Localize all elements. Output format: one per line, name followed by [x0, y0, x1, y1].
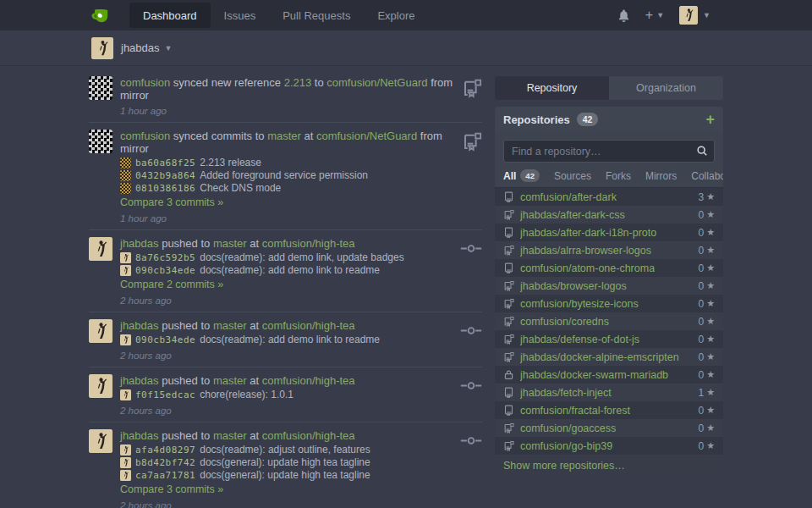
feed-link[interactable]: comfusion/high-tea: [262, 429, 355, 442]
star-icon: ★: [706, 440, 715, 451]
filter-all[interactable]: All42: [503, 169, 540, 182]
feed-link[interactable]: master: [213, 237, 247, 250]
repo-icon: [503, 405, 515, 416]
feed-link[interactable]: comfusion/high-tea: [262, 319, 355, 332]
commit-sha-link[interactable]: 090cb34ede: [135, 334, 195, 346]
feed-link[interactable]: comfusion: [120, 130, 170, 142]
tab-organization[interactable]: Organization: [609, 76, 723, 100]
nav-item-dashboard[interactable]: Dashboard: [129, 3, 211, 28]
feed-title: jhabdas pushed to master at comfusion/hi…: [120, 237, 457, 250]
feed-title: comfusion synced commits to master at co…: [120, 130, 457, 155]
repo-link[interactable]: jhabdas/alrra-browser-logos: [520, 245, 651, 257]
actor-avatar[interactable]: [89, 76, 112, 100]
create-new-button[interactable]: + ▼: [645, 8, 664, 23]
repo-search-input[interactable]: [503, 140, 715, 163]
compare-commits-link[interactable]: Compare 3 commits »: [120, 483, 223, 496]
mirror-icon: [503, 245, 515, 256]
commit-sha-link[interactable]: b8d42bf742: [135, 456, 195, 469]
feed-link[interactable]: master: [213, 374, 247, 387]
actor-avatar[interactable]: [89, 319, 112, 343]
actor-avatar[interactable]: [89, 374, 112, 398]
feed-link[interactable]: master: [213, 429, 247, 442]
repo-star-count: 0★: [698, 280, 715, 292]
feed-link[interactable]: master: [267, 130, 301, 142]
nav-item-pull-requests[interactable]: Pull Requests: [269, 0, 364, 30]
commit-sha-link[interactable]: afa4d08297: [135, 444, 195, 456]
feed-link[interactable]: comfusion/NetGuard: [316, 130, 417, 142]
nav-item-explore[interactable]: Explore: [364, 0, 428, 30]
feed-link[interactable]: 2.213: [284, 76, 312, 89]
new-repository-button[interactable]: +: [705, 113, 715, 125]
repo-link[interactable]: jhabdas/browser-logos: [520, 280, 627, 292]
tab-repository[interactable]: Repository: [495, 76, 609, 100]
star-icon: ★: [706, 245, 715, 256]
feed-link[interactable]: comfusion/high-tea: [262, 237, 355, 250]
main-content: comfusion synced new reference 2.213 to …: [0, 66, 812, 508]
commit-sha-link[interactable]: ca7aa71781: [135, 469, 195, 482]
actor-avatar[interactable]: [89, 429, 112, 453]
commit-sha-link[interactable]: 8a76c592b5: [135, 251, 195, 264]
committer-avatar: [120, 170, 131, 181]
repo-link[interactable]: comfusion/goaccess: [520, 422, 616, 434]
repo-link[interactable]: jhabdas/after-dark-css: [520, 209, 625, 221]
star-icon: ★: [706, 351, 715, 362]
star-icon: ★: [706, 298, 715, 309]
notifications-bell-icon[interactable]: [617, 9, 630, 22]
feed-timestamp: 1 hour ago: [120, 213, 457, 224]
repo-star-count: 0★: [698, 227, 715, 239]
filter-sources[interactable]: Sources: [554, 170, 591, 182]
feed-link[interactable]: comfusion: [120, 76, 170, 89]
commit-sha-link[interactable]: 0810386186: [135, 182, 195, 195]
feed-link[interactable]: comfusion/high-tea: [262, 374, 355, 387]
actor-avatar[interactable]: [89, 237, 112, 261]
mirror-icon: [457, 78, 482, 117]
repo-link[interactable]: comfusion/fractal-forest: [520, 405, 630, 417]
user-menu[interactable]: ▼: [679, 6, 710, 25]
repo-link[interactable]: comfusion/bytesize-icons: [520, 298, 639, 310]
star-icon: ★: [706, 316, 715, 327]
repo-link[interactable]: comfusion/atom-one-chroma: [520, 262, 655, 274]
context-switcher[interactable]: jhabdas ▼: [121, 41, 172, 54]
actor-avatar[interactable]: [89, 130, 112, 153]
repo-link[interactable]: comfusion/go-bip39: [520, 440, 612, 452]
show-more-repositories-link[interactable]: Show more repositories…: [503, 460, 625, 472]
commit-sha-link[interactable]: ba60a68f25: [135, 157, 195, 169]
repositories-panel: Repositories 42 + All42SourcesForksMirro…: [495, 107, 723, 478]
mirror-icon: [503, 440, 515, 451]
commit-sha-link[interactable]: 0432b9a864: [135, 169, 195, 182]
show-more-row: Show more repositories…: [495, 455, 723, 478]
repo-link[interactable]: jhabdas/after-dark-i18n-proto: [520, 227, 656, 239]
feed-link[interactable]: jhabdas: [120, 237, 159, 250]
star-icon: ★: [706, 405, 715, 416]
mirror-icon: [457, 131, 482, 224]
gitea-logo-icon[interactable]: [91, 0, 111, 30]
feed-link[interactable]: master: [213, 319, 247, 332]
feed-link[interactable]: jhabdas: [120, 319, 159, 332]
nav-item-issues[interactable]: Issues: [211, 0, 270, 30]
lock-icon: [503, 369, 515, 380]
commit-sha-link[interactable]: f0f15edcac: [135, 389, 195, 401]
repo-link[interactable]: jhabdas/defense-of-dot-js: [520, 334, 639, 345]
repo-link[interactable]: jhabdas/fetch-inject: [520, 387, 612, 399]
feed-link[interactable]: jhabdas: [120, 429, 159, 442]
compare-commits-link[interactable]: Compare 2 commits »: [120, 279, 223, 291]
git-commit-icon: [457, 321, 482, 362]
repo-link[interactable]: jhabdas/docker-swarm-mariadb: [520, 369, 668, 381]
filter-mirrors[interactable]: Mirrors: [645, 170, 677, 182]
context-subheader: jhabdas ▼: [0, 30, 812, 66]
mirror-icon: [503, 351, 515, 362]
repo-link[interactable]: comfusion/coredns: [520, 316, 609, 328]
repo-link[interactable]: jhabdas/docker-alpine-emscripten: [520, 351, 679, 363]
feed-link[interactable]: comfusion/NetGuard: [326, 76, 427, 89]
panel-title: Repositories: [503, 113, 570, 126]
feed-timestamp: 2 hours ago: [120, 351, 457, 362]
repo-icon: [503, 262, 515, 273]
search-icon: [696, 145, 708, 159]
filter-collaborative[interactable]: Collaborative: [691, 170, 723, 182]
commit-sha-link[interactable]: 090cb34ede: [135, 264, 195, 277]
repo-link[interactable]: comfusion/after-dark: [520, 191, 617, 203]
compare-commits-link[interactable]: Compare 3 commits »: [120, 196, 223, 209]
filter-forks[interactable]: Forks: [606, 170, 631, 182]
feed-link[interactable]: jhabdas: [120, 374, 159, 387]
repo-row: jhabdas/alrra-browser-logos0★: [495, 241, 723, 259]
